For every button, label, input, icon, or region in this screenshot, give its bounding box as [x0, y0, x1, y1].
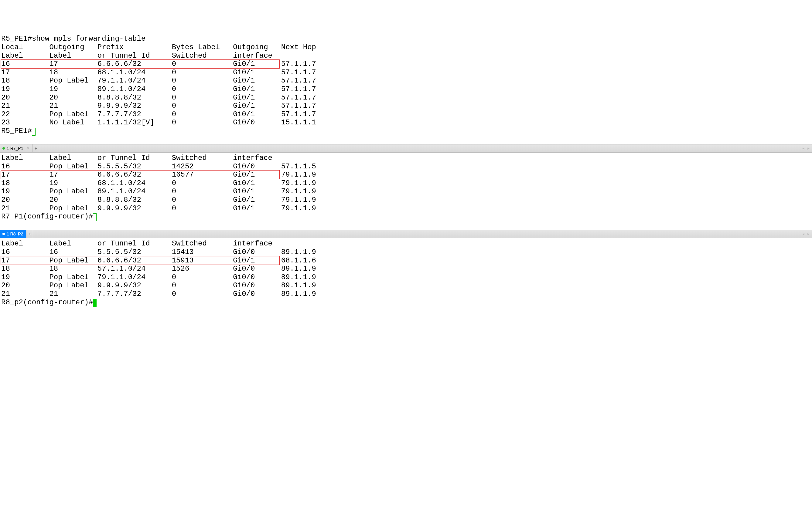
- terminal-pane: 1 R7_P1×+◄►Label Label or Tunnel Id Swit…: [0, 144, 812, 230]
- table-header: Label Label or Tunnel Id Switched interf…: [1, 52, 811, 60]
- table-row: 18 Pop Label 79.1.1.0/24 0 Gi0/1 57.1.1.…: [1, 76, 811, 85]
- table-row: 18 19 68.1.1.0/24 0 Gi0/1 79.1.1.9: [1, 179, 811, 187]
- terminal-tab[interactable]: 1 R7_P1×: [0, 145, 33, 152]
- tab-scroll-controls: ◄►: [802, 230, 812, 238]
- terminal-output[interactable]: Label Label or Tunnel Id Switched interf…: [0, 153, 812, 230]
- table-row: 21 Pop Label 9.9.9.9/32 0 Gi0/1 79.1.1.9: [1, 204, 811, 213]
- cursor-icon: [32, 128, 36, 135]
- spacer: [1, 221, 811, 229]
- table-header: Label Label or Tunnel Id Switched interf…: [1, 154, 811, 162]
- add-tab-button[interactable]: +: [27, 230, 33, 238]
- terminal-pane: R5_PE1#show mpls forwarding-tableLocal O…: [0, 34, 812, 144]
- prompt-line[interactable]: R7_P1(config-router)#: [1, 212, 811, 221]
- cursor-icon: [93, 213, 97, 221]
- add-tab-button[interactable]: +: [33, 145, 39, 152]
- terminal-tab[interactable]: 1 R8_P2: [0, 230, 27, 238]
- cursor-icon: [93, 299, 97, 307]
- table-row: 17 Pop Label 6.6.6.6/32 15913 Gi0/1 68.1…: [1, 257, 811, 265]
- tab-scroll-controls: ◄►: [802, 145, 812, 152]
- chevron-right-icon[interactable]: ►: [807, 147, 810, 151]
- table-row: 17 18 68.1.1.0/24 0 Gi0/1 57.1.1.7: [1, 68, 811, 77]
- close-icon[interactable]: ×: [27, 146, 29, 151]
- table-header: Local Outgoing Prefix Bytes Label Outgoi…: [1, 43, 811, 52]
- table-row: 20 20 8.8.8.8/32 0 Gi0/1 79.1.1.9: [1, 196, 811, 204]
- terminal-pane: 1 R8_P2+◄►Label Label or Tunnel Id Switc…: [0, 230, 812, 307]
- prompt-text: R5_PE1#: [1, 127, 32, 135]
- prompt-text: R7_P1(config-router)#: [1, 212, 93, 221]
- table-row: 23 No Label 1.1.1.1/32[V] 0 Gi0/0 15.1.1…: [1, 118, 811, 127]
- chevron-left-icon[interactable]: ◄: [802, 232, 805, 236]
- terminal-output[interactable]: R5_PE1#show mpls forwarding-tableLocal O…: [0, 34, 812, 144]
- chevron-right-icon[interactable]: ►: [807, 232, 810, 236]
- tab-label: 1 R7_P1: [7, 146, 23, 151]
- status-dot-icon: [2, 147, 5, 150]
- table-row: 20 20 8.8.8.8/32 0 Gi0/1 57.1.1.7: [1, 94, 811, 102]
- table-row: 19 Pop Label 89.1.1.0/24 0 Gi0/1 79.1.1.…: [1, 187, 811, 196]
- table-row: 16 Pop Label 5.5.5.5/32 14252 Gi0/0 57.1…: [1, 162, 811, 171]
- table-row: 18 18 57.1.1.0/24 1526 Gi0/0 89.1.1.9: [1, 265, 811, 273]
- table-row: 21 21 7.7.7.7/32 0 Gi0/0 89.1.1.9: [1, 290, 811, 298]
- spacer: [1, 135, 811, 144]
- table-row: 16 16 5.5.5.5/32 15413 Gi0/0 89.1.1.9: [1, 248, 811, 257]
- command-line: R5_PE1#show mpls forwarding-table: [1, 35, 811, 43]
- table-row: 17 17 6.6.6.6/32 16577 Gi0/1 79.1.1.9: [1, 171, 811, 179]
- status-dot-icon: [2, 233, 5, 235]
- table-row: 16 17 6.6.6.6/32 0 Gi0/1 57.1.1.7: [1, 60, 811, 68]
- prompt-text: R8_p2(config-router)#: [1, 298, 93, 306]
- tab-bar: 1 R8_P2+◄►: [0, 230, 812, 238]
- table-row: 21 21 9.9.9.9/32 0 Gi0/1 57.1.1.7: [1, 102, 811, 110]
- tab-bar: 1 R7_P1×+◄►: [0, 144, 812, 153]
- table-header: Label Label or Tunnel Id Switched interf…: [1, 239, 811, 248]
- terminal-output[interactable]: Label Label or Tunnel Id Switched interf…: [0, 238, 812, 307]
- table-row: 19 19 89.1.1.0/24 0 Gi0/1 57.1.1.7: [1, 85, 811, 94]
- table-row: 22 Pop Label 7.7.7.7/32 0 Gi0/1 57.1.1.7: [1, 110, 811, 119]
- table-row: 20 Pop Label 9.9.9.9/32 0 Gi0/0 89.1.1.9: [1, 281, 811, 290]
- chevron-left-icon[interactable]: ◄: [802, 147, 805, 151]
- tab-label: 1 R8_P2: [7, 231, 23, 236]
- prompt-line[interactable]: R8_p2(config-router)#: [1, 298, 811, 307]
- table-row: 19 Pop Label 79.1.1.0/24 0 Gi0/0 89.1.1.…: [1, 273, 811, 282]
- prompt-line[interactable]: R5_PE1#: [1, 127, 811, 135]
